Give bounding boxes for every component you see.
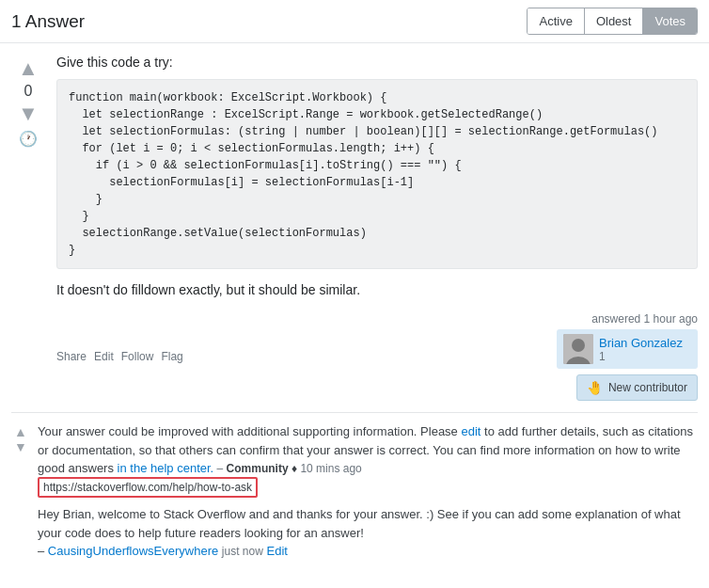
hand-icon: 🤚 [587, 380, 603, 395]
comment-item-1: ▲ ▼ Your answer could be improved with a… [11, 422, 698, 496]
vote-up-button[interactable]: ▲ [18, 58, 39, 79]
dash-text: – [217, 462, 227, 475]
answer-summary: It doesn't do filldown exactly, but it s… [56, 282, 698, 297]
avatar [563, 334, 593, 364]
comment2-user-link[interactable]: CausingUnderflowsEverywhere [48, 544, 218, 558]
comment-vote-down-icon[interactable]: ▼ [14, 439, 27, 454]
url-box: https://stackoverflow.com/help/how-to-as… [38, 477, 258, 498]
answer-actions: Share Edit Follow Flag answered 1 hour a… [56, 312, 698, 401]
flag-link[interactable]: Flag [161, 350, 182, 363]
vote-count: 0 [24, 83, 33, 100]
answer-body: Give this code a try: function main(work… [45, 55, 698, 412]
give-try-text: Give this code a try: [56, 55, 698, 70]
community-diamond: ♦ [291, 462, 297, 475]
follow-link[interactable]: Follow [121, 350, 154, 363]
community-link[interactable]: Community [227, 462, 289, 475]
help-center-link[interactable]: in the help center. [118, 461, 214, 475]
answer-row: ▲ 0 ▼ 🕐 Give this code a try: function m… [11, 55, 698, 412]
comment-meta-1: – Community ♦ 10 mins ago [213, 462, 362, 475]
comment2-edit-link[interactable]: Edit [267, 544, 288, 558]
vote-area: ▲ 0 ▼ 🕐 [11, 55, 45, 148]
new-contributor-badge: 🤚 New contributor [576, 374, 698, 401]
comment2-dash: – [38, 544, 44, 558]
user-card: Brian Gonzalez 1 [557, 329, 698, 369]
comment-item-2: Hey Brian, welcome to Stack Overflow and… [11, 505, 698, 561]
user-info: Brian Gonzalez 1 [599, 336, 683, 363]
comment-edit-link[interactable]: edit [461, 424, 481, 438]
svg-point-1 [572, 339, 585, 352]
comment2-text: Hey Brian, welcome to Stack Overflow and… [38, 507, 681, 540]
answer-meta: answered 1 hour ago Brian Gonzalez 1 [557, 312, 698, 401]
tab-active[interactable]: Active [528, 8, 584, 34]
answer-container: ▲ 0 ▼ 🕐 Give this code a try: function m… [0, 43, 709, 412]
comment-section: ▲ ▼ Your answer could be improved with a… [11, 412, 698, 561]
comment-text-before: Your answer could be improved with addit… [38, 424, 461, 438]
new-contributor-label: New contributor [608, 381, 687, 394]
code-block: function main(workbook: ExcelScript.Work… [56, 79, 698, 269]
sort-tabs: Active Oldest Votes [527, 8, 698, 35]
user-name[interactable]: Brian Gonzalez [599, 336, 683, 350]
comment-body-1: Your answer could be improved with addit… [30, 422, 698, 496]
comment2-time: just now [222, 545, 263, 558]
vote-down-button[interactable]: ▼ [18, 103, 39, 124]
answered-text: answered 1 hour ago [591, 312, 698, 326]
user-rep: 1 [599, 350, 683, 363]
tab-oldest[interactable]: Oldest [585, 8, 644, 34]
edit-link[interactable]: Edit [94, 350, 114, 363]
bookmark-icon[interactable]: 🕐 [19, 130, 38, 148]
page-header: 1 Answer Active Oldest Votes [0, 0, 709, 43]
comment-vote-up-icon[interactable]: ▲ [14, 424, 27, 439]
comment-time: 10 mins ago [300, 462, 361, 475]
tab-votes[interactable]: Votes [643, 8, 697, 34]
comment-vote-1: ▲ ▼ [11, 422, 30, 454]
share-link[interactable]: Share [56, 350, 87, 363]
page-title: 1 Answer [11, 11, 85, 32]
